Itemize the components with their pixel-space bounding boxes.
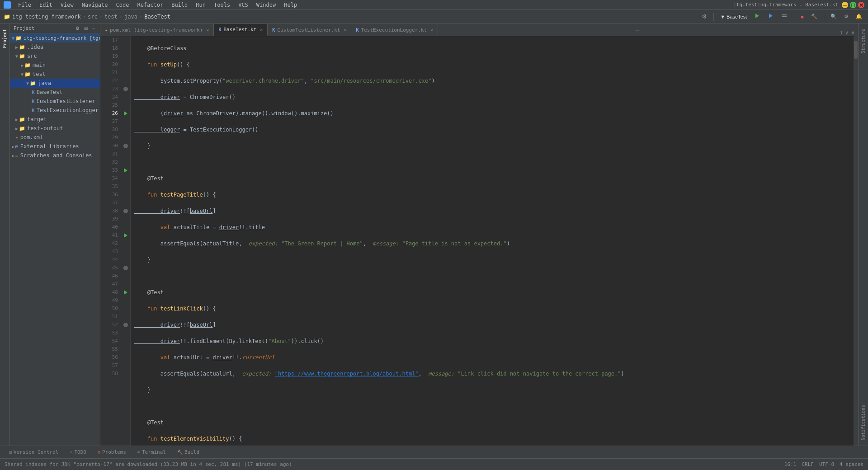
tab-pom-close[interactable]: ✕ <box>206 28 209 33</box>
menu-window[interactable]: Window <box>253 1 279 9</box>
stop-button[interactable]: ■ <box>798 13 806 21</box>
breadcrumb-src[interactable]: src <box>88 14 98 20</box>
tree-pom[interactable]: ✦ pom.xml <box>10 133 100 142</box>
code-line-33: fun testLinkClick() { <box>134 305 850 313</box>
code-content[interactable]: @BeforeClass fun setUp() { System.setPro… <box>131 36 854 446</box>
menu-build[interactable]: Build <box>168 1 191 9</box>
bottom-tab-build[interactable]: 🔨 Build <box>172 446 205 459</box>
config-button[interactable]: ⚙ <box>842 12 851 21</box>
breadcrumb-file[interactable]: BaseTest <box>144 14 170 20</box>
code-line-25: @Test <box>134 174 850 183</box>
menu-navigate[interactable]: Navigate <box>78 1 112 9</box>
sidebar-collapse-icon[interactable]: − <box>91 25 96 31</box>
line-20: 20 <box>100 61 130 69</box>
bottom-tab-terminal[interactable]: ⌨ Terminal <box>132 446 172 459</box>
breadcrumb-project[interactable]: itg-testing-framework <box>12 14 81 20</box>
tree-basetest[interactable]: K BaseTest <box>10 88 100 97</box>
bottom-tab-vcs[interactable]: ⊞ Version Control <box>4 446 64 459</box>
tree-scratches[interactable]: ▶ ✏ Scratches and Consoles <box>10 151 100 160</box>
status-encoding[interactable]: UTF-8 <box>819 461 834 467</box>
tree-customtestlistener-label: CustomTestListener <box>37 98 95 104</box>
line-51: 51 <box>100 313 130 321</box>
sidebar-gear-icon[interactable]: ⚙ <box>74 25 81 31</box>
tab-customtestlistener-close[interactable]: ✕ <box>344 28 346 33</box>
vertical-scrollbar[interactable] <box>854 36 858 446</box>
notifications-tab[interactable]: Notifications <box>859 401 867 444</box>
tab-basetest-close[interactable]: ✕ <box>260 27 263 32</box>
notifications-button[interactable]: 🔔 <box>854 12 864 21</box>
xml-tab-icon: ✦ <box>105 28 108 33</box>
maximize-button[interactable]: □ <box>850 2 856 8</box>
menu-file[interactable]: File <box>14 1 35 9</box>
tree-customtestlistener[interactable]: K CustomTestListener <box>10 97 100 106</box>
tab-pom[interactable]: ✦ pom.xml (itg-testing-framework) ✕ <box>100 24 214 36</box>
tree-root[interactable]: ▼ 📁 itg-testing-framework [tgr-testing-f… <box>10 33 100 42</box>
tree-test[interactable]: ▼ 📁 test <box>10 70 100 79</box>
project-tab[interactable]: Project <box>1 25 9 52</box>
status-line-ending[interactable]: CRLF <box>802 461 814 467</box>
menu-bar: File Edit View Navigate Code Refactor Bu… <box>0 0 868 10</box>
coverage-button[interactable] <box>779 11 790 22</box>
line-34: 34 <box>100 174 130 183</box>
build-button[interactable]: 🔨 <box>809 12 820 21</box>
tree-pom-label: pom.xml <box>20 134 43 141</box>
chevron-icon: ▼ <box>26 81 29 86</box>
code-line-23: } <box>134 142 850 150</box>
structure-tab[interactable]: Structure <box>859 25 867 57</box>
line-28: 28 <box>100 126 130 134</box>
bottom-tab-problems[interactable]: ⊗ Problems <box>92 446 132 459</box>
menu-code[interactable]: Code <box>113 1 133 9</box>
tab-customtestlistener[interactable]: K CustomTestListener.kt ✕ <box>268 24 351 36</box>
tree-testexecutionlogger-label: TestExecutionLogger <box>37 107 99 113</box>
sidebar-expand-icon[interactable]: ⊞ <box>83 25 89 31</box>
breadcrumb-test[interactable]: test <box>104 14 118 20</box>
bottom-tab-terminal-label: Terminal <box>142 449 166 455</box>
menu-help[interactable]: Help <box>280 1 301 9</box>
line-56: 56 <box>100 353 130 362</box>
menu-view[interactable]: View <box>57 1 77 9</box>
tab-testexecutionlogger-close[interactable]: ✕ <box>430 28 433 33</box>
tree-external-libs[interactable]: ▶ ⊞ External Libraries <box>10 142 100 151</box>
tab-basetest[interactable]: K BaseTest.kt ✕ <box>214 24 268 36</box>
line-45: 45 <box>100 264 130 272</box>
status-position[interactable]: 16:1 <box>784 461 797 467</box>
menu-tools[interactable]: Tools <box>210 1 234 9</box>
tree-idea[interactable]: ▶ 📁 .idea <box>10 42 100 52</box>
line-32: 32 <box>100 158 130 166</box>
chevron-icon: ▶ <box>15 126 18 131</box>
code-line-34: driver!![baseUrl] <box>134 321 850 329</box>
run-button[interactable] <box>752 11 763 22</box>
tree-testexecutionlogger[interactable]: K TestExecutionLogger <box>10 106 100 115</box>
svg-marker-0 <box>755 14 759 18</box>
status-bar: Shared indexes for JDK "corretto-17" are… <box>0 458 868 470</box>
tree-test-output[interactable]: ▶ 📁 test-output <box>10 124 100 133</box>
search-everywhere-button[interactable]: 🔍 <box>828 12 839 21</box>
svg-rect-3 <box>782 16 787 17</box>
settings-button[interactable]: ⚙ <box>699 12 709 21</box>
debug-button[interactable] <box>765 11 776 22</box>
menu-vcs[interactable]: VCS <box>235 1 252 9</box>
menu-refactor[interactable]: Refactor <box>133 1 167 9</box>
tree-src[interactable]: ▼ 📁 src <box>10 52 100 61</box>
tab-testexecutionlogger[interactable]: K TestExecutionLogger.kt ✕ <box>351 24 438 36</box>
menu-run[interactable]: Run <box>192 1 209 9</box>
line-53: 53 <box>100 329 130 337</box>
status-indent[interactable]: 4 spaces <box>840 461 863 467</box>
menu-edit[interactable]: Edit <box>36 1 56 9</box>
tree-java[interactable]: ▼ 📁 java <box>10 79 100 88</box>
tree-target[interactable]: ▶ 📁 target <box>10 115 100 124</box>
line-39: 39 <box>100 215 130 223</box>
tree-main[interactable]: ▶ 📁 main <box>10 61 100 70</box>
close-button[interactable]: ✕ <box>858 2 864 8</box>
code-line-18: fun setUp() { <box>134 61 850 69</box>
minimize-button[interactable]: ─ <box>842 2 848 8</box>
breadcrumb-java[interactable]: java <box>124 14 137 20</box>
tab-more-button[interactable]: ⋯ <box>632 26 642 36</box>
right-panel-tabs: Structure Notifications <box>858 24 868 446</box>
line-17: 17 <box>100 36 130 44</box>
scrollbar-thumb[interactable] <box>854 41 858 59</box>
kt-tab-icon: K <box>218 27 221 32</box>
bottom-tab-todo[interactable]: ✓ TODO <box>64 446 92 459</box>
run-config-dropdown[interactable]: ▼ BaseTest <box>718 13 749 21</box>
code-editor[interactable]: 17 18 19 20 21 22 23 24 25 26 27 28 29 3… <box>100 36 858 446</box>
